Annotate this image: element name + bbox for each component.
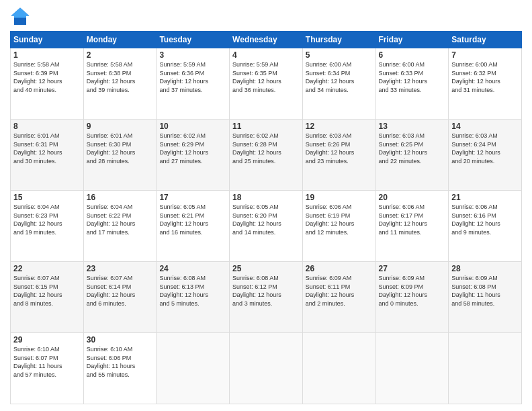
calendar-cell: 24Sunrise: 6:08 AM Sunset: 6:13 PM Dayli… [157, 262, 230, 333]
day-info: Sunrise: 5:59 AM Sunset: 6:36 PM Dayligh… [159, 60, 226, 94]
day-number: 3 [159, 50, 226, 60]
day-info: Sunrise: 6:00 AM Sunset: 6:32 PM Dayligh… [451, 60, 519, 94]
day-info: Sunrise: 5:58 AM Sunset: 6:39 PM Dayligh… [13, 60, 81, 94]
day-number: 18 [232, 193, 300, 202]
week-row-3: 15Sunrise: 6:04 AM Sunset: 6:23 PM Dayli… [11, 191, 522, 262]
day-number: 11 [232, 122, 300, 131]
day-info: Sunrise: 6:08 AM Sunset: 6:13 PM Dayligh… [159, 274, 226, 308]
day-number: 22 [13, 264, 81, 273]
page: SundayMondayTuesdayWednesdayThursdayFrid… [0, 0, 532, 411]
logo [10, 7, 33, 27]
day-number: 30 [87, 335, 154, 345]
day-info: Sunrise: 6:09 AM Sunset: 6:08 PM Dayligh… [451, 274, 519, 308]
day-info: Sunrise: 6:00 AM Sunset: 6:34 PM Dayligh… [306, 60, 373, 94]
day-number: 10 [159, 122, 226, 131]
calendar-cell: 26Sunrise: 6:09 AM Sunset: 6:11 PM Dayli… [302, 262, 375, 333]
day-info: Sunrise: 6:02 AM Sunset: 6:29 PM Dayligh… [159, 132, 226, 165]
day-number: 1 [13, 50, 81, 60]
calendar-cell: 28Sunrise: 6:09 AM Sunset: 6:08 PM Dayli… [449, 262, 522, 333]
day-info: Sunrise: 6:08 AM Sunset: 6:12 PM Dayligh… [232, 274, 300, 308]
header [10, 7, 522, 27]
day-info: Sunrise: 5:58 AM Sunset: 6:38 PM Dayligh… [87, 60, 154, 94]
day-info: Sunrise: 6:03 AM Sunset: 6:26 PM Dayligh… [306, 132, 373, 165]
day-info: Sunrise: 6:07 AM Sunset: 6:15 PM Dayligh… [13, 274, 81, 308]
day-number: 13 [379, 122, 446, 131]
week-row-5: 29Sunrise: 6:10 AM Sunset: 6:07 PM Dayli… [11, 333, 522, 404]
day-number: 16 [87, 193, 154, 202]
calendar-cell: 5Sunrise: 6:00 AM Sunset: 6:34 PM Daylig… [302, 48, 375, 120]
calendar-cell [302, 333, 375, 404]
calendar-cell: 4Sunrise: 5:59 AM Sunset: 6:35 PM Daylig… [230, 48, 303, 120]
day-info: Sunrise: 5:59 AM Sunset: 6:35 PM Dayligh… [232, 60, 300, 94]
calendar-table: SundayMondayTuesdayWednesdayThursdayFrid… [10, 31, 522, 404]
week-row-1: 1Sunrise: 5:58 AM Sunset: 6:39 PM Daylig… [11, 48, 522, 120]
day-number: 14 [451, 122, 519, 131]
day-info: Sunrise: 6:05 AM Sunset: 6:21 PM Dayligh… [159, 203, 226, 236]
day-number: 28 [451, 264, 519, 273]
calendar-cell: 1Sunrise: 5:58 AM Sunset: 6:39 PM Daylig… [11, 48, 84, 120]
calendar-cell [375, 333, 449, 404]
week-row-2: 8Sunrise: 6:01 AM Sunset: 6:31 PM Daylig… [11, 120, 522, 191]
calendar-cell: 23Sunrise: 6:07 AM Sunset: 6:14 PM Dayli… [83, 262, 157, 333]
weekday-header-thursday: Thursday [302, 32, 375, 48]
calendar-cell: 10Sunrise: 6:02 AM Sunset: 6:29 PM Dayli… [157, 120, 230, 191]
calendar-cell: 3Sunrise: 5:59 AM Sunset: 6:36 PM Daylig… [157, 48, 230, 120]
weekday-header-wednesday: Wednesday [230, 32, 303, 48]
calendar-cell: 11Sunrise: 6:02 AM Sunset: 6:28 PM Dayli… [230, 120, 303, 191]
week-row-4: 22Sunrise: 6:07 AM Sunset: 6:15 PM Dayli… [11, 262, 522, 333]
day-number: 26 [306, 264, 373, 273]
day-info: Sunrise: 6:03 AM Sunset: 6:25 PM Dayligh… [379, 132, 446, 165]
day-info: Sunrise: 6:07 AM Sunset: 6:14 PM Dayligh… [87, 274, 154, 308]
day-info: Sunrise: 6:09 AM Sunset: 6:11 PM Dayligh… [306, 274, 373, 308]
day-number: 8 [13, 122, 81, 131]
calendar-cell: 30Sunrise: 6:10 AM Sunset: 6:06 PM Dayli… [83, 333, 157, 404]
calendar-cell: 22Sunrise: 6:07 AM Sunset: 6:15 PM Dayli… [11, 262, 84, 333]
logo-icon [10, 7, 30, 27]
day-number: 4 [232, 50, 300, 60]
weekday-header-monday: Monday [83, 32, 157, 48]
calendar-cell: 17Sunrise: 6:05 AM Sunset: 6:21 PM Dayli… [157, 191, 230, 262]
weekday-header-sunday: Sunday [11, 32, 84, 48]
day-info: Sunrise: 6:10 AM Sunset: 6:06 PM Dayligh… [87, 345, 154, 379]
calendar-cell: 12Sunrise: 6:03 AM Sunset: 6:26 PM Dayli… [302, 120, 375, 191]
day-info: Sunrise: 6:01 AM Sunset: 6:31 PM Dayligh… [13, 132, 81, 165]
weekday-header-row: SundayMondayTuesdayWednesdayThursdayFrid… [11, 32, 522, 48]
day-number: 15 [13, 193, 81, 202]
weekday-header-saturday: Saturday [449, 32, 522, 48]
day-number: 24 [159, 264, 226, 273]
day-number: 12 [306, 122, 373, 131]
calendar-cell: 18Sunrise: 6:05 AM Sunset: 6:20 PM Dayli… [230, 191, 303, 262]
day-number: 6 [379, 50, 446, 60]
day-info: Sunrise: 6:10 AM Sunset: 6:07 PM Dayligh… [13, 345, 81, 379]
calendar-cell [230, 333, 303, 404]
weekday-header-friday: Friday [375, 32, 449, 48]
day-number: 19 [306, 193, 373, 202]
day-number: 29 [13, 335, 81, 345]
calendar-cell: 2Sunrise: 5:58 AM Sunset: 6:38 PM Daylig… [83, 48, 157, 120]
day-number: 7 [451, 50, 519, 60]
calendar-cell: 21Sunrise: 6:06 AM Sunset: 6:16 PM Dayli… [449, 191, 522, 262]
day-info: Sunrise: 6:06 AM Sunset: 6:16 PM Dayligh… [451, 203, 519, 236]
calendar-cell: 7Sunrise: 6:00 AM Sunset: 6:32 PM Daylig… [449, 48, 522, 120]
day-info: Sunrise: 6:02 AM Sunset: 6:28 PM Dayligh… [232, 132, 300, 165]
calendar-cell: 25Sunrise: 6:08 AM Sunset: 6:12 PM Dayli… [230, 262, 303, 333]
day-number: 25 [232, 264, 300, 273]
day-number: 21 [451, 193, 519, 202]
calendar-cell: 29Sunrise: 6:10 AM Sunset: 6:07 PM Dayli… [11, 333, 84, 404]
calendar-cell: 6Sunrise: 6:00 AM Sunset: 6:33 PM Daylig… [375, 48, 449, 120]
calendar-cell [449, 333, 522, 404]
calendar-cell: 15Sunrise: 6:04 AM Sunset: 6:23 PM Dayli… [11, 191, 84, 262]
calendar-cell: 27Sunrise: 6:09 AM Sunset: 6:09 PM Dayli… [375, 262, 449, 333]
weekday-header-tuesday: Tuesday [157, 32, 230, 48]
day-number: 9 [87, 122, 154, 131]
day-number: 20 [379, 193, 446, 202]
calendar-cell: 8Sunrise: 6:01 AM Sunset: 6:31 PM Daylig… [11, 120, 84, 191]
day-number: 5 [306, 50, 373, 60]
day-info: Sunrise: 6:04 AM Sunset: 6:23 PM Dayligh… [13, 203, 81, 236]
calendar-cell: 13Sunrise: 6:03 AM Sunset: 6:25 PM Dayli… [375, 120, 449, 191]
svg-marker-1 [11, 8, 30, 18]
day-number: 17 [159, 193, 226, 202]
calendar-cell: 14Sunrise: 6:03 AM Sunset: 6:24 PM Dayli… [449, 120, 522, 191]
day-info: Sunrise: 6:05 AM Sunset: 6:20 PM Dayligh… [232, 203, 300, 236]
calendar-cell: 20Sunrise: 6:06 AM Sunset: 6:17 PM Dayli… [375, 191, 449, 262]
